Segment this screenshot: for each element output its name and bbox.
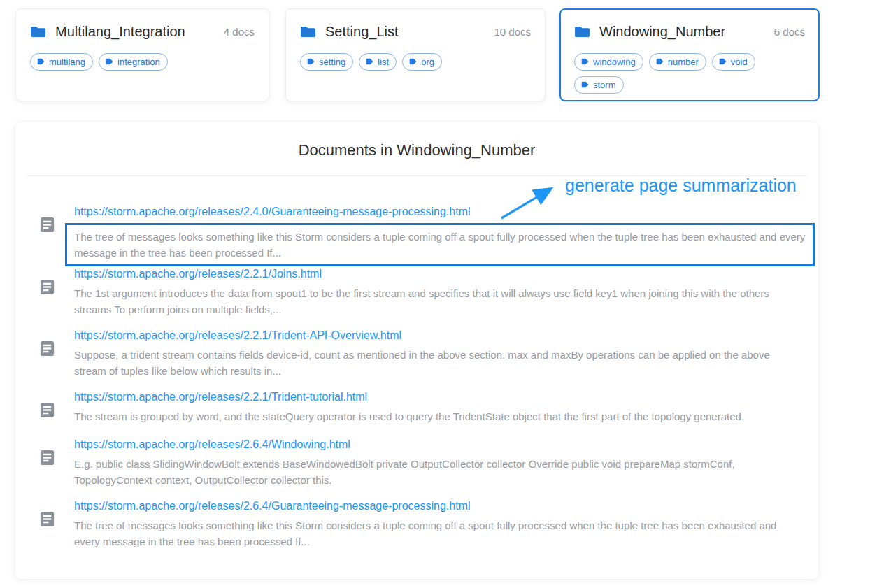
card-header: Windowing_Number 6 docs: [574, 24, 805, 40]
collection-name: Setting_List: [325, 24, 487, 40]
document-row: https://storm.apache.org/releases/2.6.4/…: [38, 438, 797, 488]
tag-icon: [105, 57, 113, 66]
tag-list: setting list org: [300, 53, 531, 71]
tag-label: storm: [593, 80, 616, 90]
document-icon: [38, 510, 56, 528]
tag-org[interactable]: org: [402, 53, 442, 71]
documents-panel: Documents in Windowing_Number https://st…: [15, 122, 818, 579]
tag-label: void: [731, 57, 748, 67]
document-body: https://storm.apache.org/releases/2.4.0/…: [74, 206, 797, 266]
card-header: Multilang_Integration 4 docs: [30, 24, 255, 40]
card-header: Setting_List 10 docs: [300, 24, 531, 40]
collection-card-windowing-number[interactable]: Windowing_Number 6 docs windowing number…: [559, 8, 820, 101]
docs-count: 4 docs: [224, 26, 255, 38]
tag-label: windowing: [593, 57, 636, 67]
document-snippet: The 1st argument introduces the data fro…: [74, 285, 797, 317]
tag-windowing[interactable]: windowing: [574, 53, 643, 71]
panel-title: Documents in Windowing_Number: [15, 122, 818, 159]
document-link[interactable]: https://storm.apache.org/releases/2.2.1/…: [74, 391, 367, 403]
tag-label: multilang: [49, 57, 85, 67]
document-row: https://storm.apache.org/releases/2.2.1/…: [38, 391, 797, 424]
tag-icon: [718, 57, 727, 66]
tag-label: list: [378, 57, 389, 67]
document-body: https://storm.apache.org/releases/2.6.4/…: [74, 438, 797, 488]
folder-icon: [30, 25, 46, 38]
tag-multilang[interactable]: multilang: [30, 53, 93, 71]
document-body: https://storm.apache.org/releases/2.6.4/…: [74, 500, 797, 550]
tag-label: org: [421, 57, 434, 67]
tag-label: setting: [319, 57, 345, 67]
tag-list: multilang integration: [30, 53, 255, 71]
document-body: https://storm.apache.org/releases/2.2.1/…: [74, 268, 797, 317]
tag-storm[interactable]: storm: [574, 76, 624, 94]
folder-icon: [574, 25, 590, 38]
document-list: https://storm.apache.org/releases/2.4.0/…: [15, 176, 818, 550]
collection-name: Windowing_Number: [599, 24, 767, 40]
docs-count: 6 docs: [774, 26, 805, 38]
document-link[interactable]: https://storm.apache.org/releases/2.2.1/…: [74, 329, 401, 342]
document-link[interactable]: https://storm.apache.org/releases/2.6.4/…: [74, 500, 471, 512]
document-icon: [38, 278, 56, 296]
document-snippet: The stream is grouped by word, and the s…: [74, 408, 797, 424]
document-row: https://storm.apache.org/releases/2.6.4/…: [38, 500, 797, 550]
tag-list: windowing number void storm: [574, 53, 805, 94]
tag-icon: [655, 57, 664, 66]
tag-icon: [408, 57, 417, 66]
document-icon: [38, 449, 56, 466]
folder-icon: [300, 25, 316, 38]
document-row: https://storm.apache.org/releases/2.2.1/…: [38, 268, 797, 317]
document-link[interactable]: https://storm.apache.org/releases/2.4.0/…: [74, 206, 471, 218]
tag-number[interactable]: number: [649, 53, 706, 71]
tag-setting[interactable]: setting: [300, 53, 353, 71]
summary-highlight-box: The tree of messages looks something lik…: [65, 223, 815, 266]
document-snippet: Suppose, a trident stream contains field…: [74, 347, 797, 379]
document-icon: [38, 340, 56, 357]
tag-list-chip[interactable]: list: [359, 53, 397, 71]
tag-icon: [36, 57, 45, 66]
document-snippet: E.g. public class SlidingWindowBolt exte…: [74, 456, 797, 488]
document-snippet: The tree of messages looks something lik…: [74, 229, 806, 261]
tag-icon: [580, 80, 589, 89]
collection-card-setting-list[interactable]: Setting_List 10 docs setting list org: [285, 8, 546, 101]
tag-void[interactable]: void: [712, 53, 755, 71]
docs-count: 10 docs: [494, 26, 531, 38]
document-icon: [38, 216, 56, 234]
tag-icon: [365, 57, 373, 66]
document-body: https://storm.apache.org/releases/2.2.1/…: [74, 329, 797, 379]
collection-card-multilang-integration[interactable]: Multilang_Integration 4 docs multilang i…: [15, 8, 269, 101]
document-snippet: The tree of messages looks something lik…: [74, 517, 797, 550]
tag-label: number: [668, 57, 699, 67]
document-link[interactable]: https://storm.apache.org/releases/2.6.4/…: [74, 438, 350, 451]
tag-label: integration: [117, 57, 160, 67]
tag-icon: [306, 57, 315, 66]
collection-name: Multilang_Integration: [55, 24, 217, 40]
document-icon: [38, 401, 56, 419]
document-body: https://storm.apache.org/releases/2.2.1/…: [74, 391, 797, 424]
document-row: https://storm.apache.org/releases/2.2.1/…: [38, 329, 797, 379]
tag-integration[interactable]: integration: [99, 53, 168, 71]
document-row: https://storm.apache.org/releases/2.4.0/…: [38, 206, 797, 266]
document-link[interactable]: https://storm.apache.org/releases/2.2.1/…: [74, 268, 322, 280]
tag-icon: [580, 57, 589, 66]
